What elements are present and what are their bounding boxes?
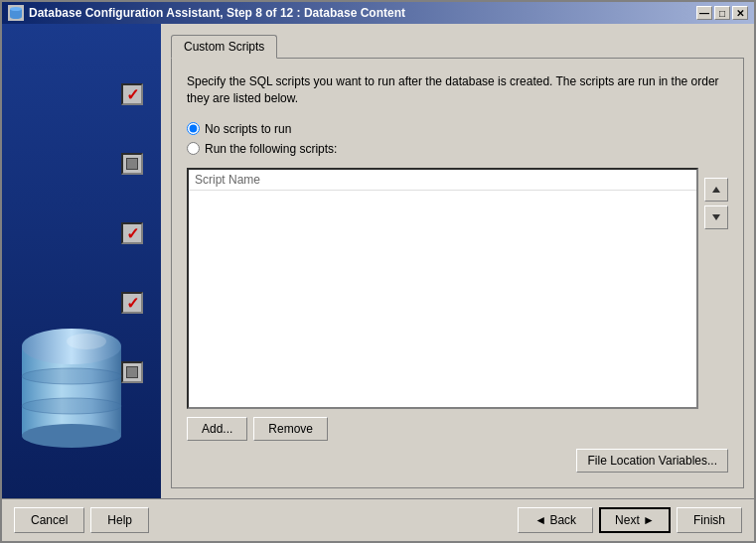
remove-button[interactable]: Remove	[253, 417, 328, 441]
step-checkbox-3	[121, 222, 143, 244]
svg-point-9	[22, 424, 121, 448]
finish-button[interactable]: Finish	[677, 507, 742, 533]
bottom-right-buttons: ◄ Back Next ► Finish	[518, 507, 742, 533]
file-location-row: File Location Variables...	[187, 449, 728, 473]
svg-marker-12	[712, 214, 720, 220]
database-illustration	[12, 317, 131, 459]
tab-header: Custom Scripts	[171, 34, 744, 58]
radio-no-scripts: No scripts to run	[187, 122, 728, 136]
next-label: Next	[615, 513, 640, 527]
svg-point-1	[10, 7, 22, 11]
svg-point-2	[10, 15, 22, 19]
left-panel	[2, 24, 161, 498]
svg-marker-11	[712, 187, 720, 193]
window-title: Database Configuration Assistant, Step 8…	[29, 6, 405, 20]
script-list: Script Name	[187, 168, 698, 409]
script-list-content[interactable]	[189, 191, 696, 404]
radio-run-scripts-input[interactable]	[187, 142, 200, 155]
app-icon	[8, 5, 24, 21]
main-content: Custom Scripts Specify the SQL scripts y…	[2, 24, 754, 498]
radio-run-scripts-label: Run the following scripts:	[205, 142, 337, 156]
maximize-button[interactable]: □	[714, 6, 730, 20]
tab-container: Custom Scripts Specify the SQL scripts y…	[171, 34, 744, 488]
back-label: Back	[549, 513, 576, 527]
radio-no-scripts-label: No scripts to run	[205, 122, 291, 136]
script-list-header: Script Name	[189, 170, 696, 191]
add-button[interactable]: Add...	[187, 417, 247, 441]
tab-content: Specify the SQL scripts you want to run …	[171, 58, 744, 488]
step-checkbox-1	[121, 83, 143, 105]
back-button[interactable]: ◄ Back	[518, 507, 593, 533]
bottom-bar: Cancel Help ◄ Back Next ► Finish	[2, 498, 754, 541]
back-arrow-icon: ◄	[534, 513, 546, 527]
arrow-buttons	[704, 168, 728, 445]
svg-point-8	[22, 398, 121, 414]
tab-custom-scripts[interactable]: Custom Scripts	[171, 35, 277, 59]
move-up-button[interactable]	[704, 178, 728, 202]
move-down-button[interactable]	[704, 205, 728, 229]
radio-run-scripts: Run the following scripts:	[187, 142, 728, 156]
minimize-button[interactable]: —	[696, 6, 712, 20]
step-checkbox-2	[121, 153, 143, 175]
right-panel: Custom Scripts Specify the SQL scripts y…	[161, 24, 754, 498]
close-button[interactable]: ✕	[732, 6, 748, 20]
description-text: Specify the SQL scripts you want to run …	[187, 73, 728, 107]
title-bar: Database Configuration Assistant, Step 8…	[2, 2, 754, 24]
file-location-button[interactable]: File Location Variables...	[576, 449, 728, 473]
radio-no-scripts-input[interactable]	[187, 122, 200, 135]
next-button[interactable]: Next ►	[599, 507, 671, 533]
action-buttons: Add... Remove	[187, 417, 698, 441]
list-and-arrows: Script Name Add... Remove	[187, 168, 728, 445]
help-button[interactable]: Help	[90, 507, 149, 533]
list-wrapper: Script Name Add... Remove	[187, 168, 698, 445]
title-bar-left: Database Configuration Assistant, Step 8…	[8, 5, 405, 21]
cancel-button[interactable]: Cancel	[14, 507, 84, 533]
step-checkbox-4	[121, 292, 143, 314]
up-arrow-icon	[711, 186, 721, 194]
down-arrow-icon	[711, 213, 721, 221]
bottom-left-buttons: Cancel Help	[14, 507, 149, 533]
title-bar-buttons: — □ ✕	[696, 6, 748, 20]
next-arrow-icon: ►	[643, 513, 655, 527]
main-window: Database Configuration Assistant, Step 8…	[0, 0, 756, 543]
svg-point-6	[22, 368, 121, 384]
radio-group: No scripts to run Run the following scri…	[187, 122, 728, 156]
svg-point-10	[67, 334, 106, 349]
